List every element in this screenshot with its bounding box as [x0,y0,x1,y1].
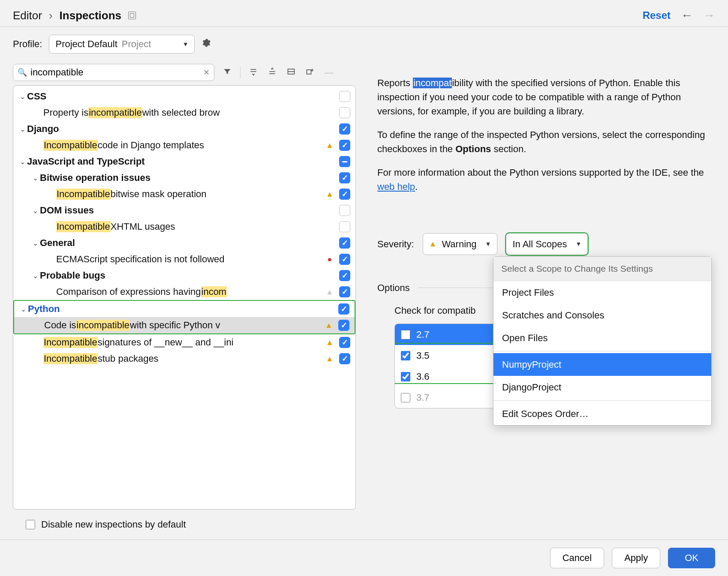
group-checkbox[interactable] [339,123,350,135]
severity-select[interactable]: ▲ Warning ▼ [423,233,498,255]
scope-value: In All Scopes [512,237,567,251]
caret-down-icon: ▼ [576,240,582,249]
tree-item-css-property[interactable]: Property is incompatible with selected b… [13,105,355,121]
item-checkbox[interactable] [339,337,350,348]
tree-group-django[interactable]: ⌄ Django [13,121,355,137]
tree-group-python[interactable]: ⌄ Python [14,301,355,317]
scope-item-djangoproject[interactable]: DjangoProject [493,376,711,399]
scope-item-project-files[interactable]: Project Files [493,281,711,304]
gear-icon[interactable] [202,38,211,50]
scope-popup-header: Select a Scope to Change Its Settings [493,257,711,281]
clear-search-icon[interactable]: ✕ [203,68,210,77]
breadcrumb-sep-icon: › [49,9,53,22]
header-row: Editor › Inspections Reset ← → [0,0,728,27]
item-checkbox[interactable] [339,254,350,265]
scope-select[interactable]: In All Scopes ▼ [506,233,588,255]
group-label: CSS [27,91,325,102]
tree-item-django-incompat[interactable]: Incompatible code in Django templates ▲ [13,137,355,153]
tree-subgroup-bitwise[interactable]: ⌄ Bitwise operation issues [13,170,355,186]
scope-item-open-files[interactable]: Open Files [493,327,711,349]
profile-select[interactable]: Project Default Project ▼ [49,35,195,54]
severity-row: Severity: ▲ Warning ▼ In All Scopes ▼ Se… [377,233,712,255]
item-checkbox[interactable] [339,221,350,232]
item-label: Code is incompatible with specific Pytho… [44,320,324,331]
tree-item-python-signatures[interactable]: Incompatible signatures of __new__ and _… [13,334,355,351]
group-checkbox[interactable] [339,172,350,183]
tree-subgroup-probable-bugs[interactable]: ⌄ Probable bugs [13,267,355,284]
warning-icon: ▲ [324,321,334,330]
search-input-box[interactable]: 🔍 ✕ [13,64,214,81]
tree-group-jsts[interactable]: ⌄ JavaScript and TypeScript [13,153,355,170]
group-checkbox[interactable] [338,303,349,315]
breadcrumb-parent[interactable]: Editor [13,9,42,22]
chevron-down-icon: ⌄ [18,93,27,101]
tree-subgroup-dom[interactable]: ⌄ DOM issues [13,202,355,219]
version-row-36[interactable]: 3.6 [395,366,505,387]
scope-item-numpyproject[interactable]: NumpyProject [493,353,711,376]
search-input[interactable] [30,67,200,78]
toggle-icon[interactable] [285,67,297,78]
subgroup-label: DOM issues [40,205,325,216]
inspection-description: Reports incompatibility with the specifi… [377,76,712,203]
add-icon[interactable] [304,67,316,78]
ok-button[interactable]: OK [668,548,715,568]
expand-all-icon[interactable] [247,67,259,78]
version-checkbox[interactable] [401,393,410,402]
group-checkbox[interactable] [339,156,350,167]
disable-new-inspections-row: Disable new inspections by default [13,510,356,540]
version-label: 3.7 [416,390,430,405]
warning-icon: ▲ [325,288,335,297]
disable-new-inspections-label: Disable new inspections by default [41,519,186,530]
subgroup-label: General [40,237,325,249]
scope-item-edit-order[interactable]: Edit Scopes Order… [493,402,711,425]
collapse-all-icon[interactable] [266,67,278,78]
remove-icon[interactable]: — [323,68,335,78]
tree-item-python-stub[interactable]: Incompatible stub packages ▲ [13,351,355,367]
tree-group-css[interactable]: ⌄ CSS [13,88,355,105]
tree-item-python-code-incompat[interactable]: Code is incompatible with specific Pytho… [14,317,355,333]
severity-label: Severity: [377,237,414,251]
chevron-down-icon: ⌄ [30,174,40,182]
version-checkbox[interactable] [401,330,410,339]
item-checkbox[interactable] [339,140,350,151]
back-arrow-icon[interactable]: ← [681,9,693,22]
tree-item-ecmascript[interactable]: ECMAScript specification is not followed… [13,251,355,267]
item-checkbox[interactable] [339,107,350,118]
reset-button[interactable]: Reset [643,9,671,21]
web-help-link[interactable]: web help [377,181,415,192]
version-row-27[interactable]: 2.7 [395,324,505,345]
group-label: JavaScript and TypeScript [27,156,325,167]
disable-new-inspections-checkbox[interactable] [26,520,35,529]
warning-icon: ▲ [325,338,335,347]
group-checkbox[interactable] [339,205,350,216]
chevron-down-icon: ⌄ [18,125,27,133]
item-checkbox[interactable] [339,189,350,200]
version-checkbox[interactable] [401,351,410,360]
tree-item-comparison[interactable]: Comparison of expressions having incom ▲ [13,284,355,300]
group-checkbox[interactable] [339,237,350,249]
warning-icon: ▲ [429,238,437,250]
dialog-button-bar: Cancel Apply OK [0,540,728,576]
search-icon: 🔍 [18,68,27,77]
item-checkbox[interactable] [338,320,349,331]
filter-icon[interactable] [221,67,233,78]
scope-item-scratches[interactable]: Scratches and Consoles [493,304,711,327]
group-checkbox[interactable] [339,270,350,281]
tree-item-bitwise-incompat[interactable]: Incompatible bitwise mask operation ▲ [13,186,355,202]
apply-button[interactable]: Apply [612,548,660,568]
item-checkbox[interactable] [339,353,350,364]
version-label: 3.5 [416,348,430,363]
group-checkbox[interactable] [339,91,350,102]
breadcrumb-current: Inspections [60,9,121,22]
version-row-37[interactable]: 3.7 [395,387,505,408]
cancel-button[interactable]: Cancel [550,548,604,568]
version-row-35[interactable]: 3.5 [395,345,505,366]
tree-item-dom-xhtml[interactable]: Incompatible XHTML usages [13,219,355,235]
profile-row: Profile: Project Default Project ▼ [0,27,728,64]
tree-subgroup-general[interactable]: ⌄ General [13,235,355,251]
version-checkbox[interactable] [401,372,410,381]
expand-settings-icon[interactable] [128,12,136,19]
caret-down-icon: ▼ [183,41,189,48]
item-checkbox[interactable] [339,286,350,297]
forward-arrow-icon: → [703,9,715,22]
